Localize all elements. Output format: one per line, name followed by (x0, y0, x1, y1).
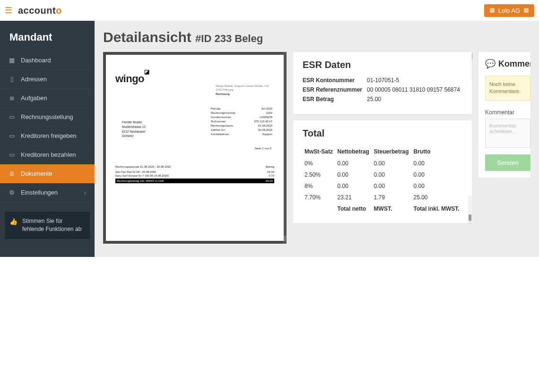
pay-icon: ▭ (9, 152, 15, 158)
col-rate: MwSt-Satz (303, 145, 336, 158)
sidebar-item-dashboard[interactable]: ▦Dashboard (0, 51, 95, 70)
grid-icon: ▦ (9, 57, 15, 64)
esr-panel: ESR Daten ESR Kontonummer01-107051-5 ESR… (293, 52, 472, 114)
esr-row: ESR Betrag25.00 (303, 96, 462, 102)
thumbs-up-icon: 👍 (9, 217, 17, 227)
page-title-sub: #ID 233 Beleg (195, 33, 263, 44)
document-page: wingo◪ Wingo Mobile, Support Center Mobi… (106, 55, 284, 241)
comment-input[interactable]: Kommentar schreiben… (485, 119, 530, 148)
sidebar-item-label: Kreditoren freigeben (21, 132, 77, 139)
user-name: Lolo AG (498, 7, 520, 14)
sidebar-title: Mandant (0, 21, 95, 51)
sidebar-item-kreditoren-bezahlen[interactable]: ▭Kreditoren bezahlen (0, 145, 95, 164)
totals-table: MwSt-Satz Nettobetrag Steuerbetrag Brutt… (303, 145, 462, 214)
brand-logo: accounto (18, 5, 62, 16)
document-icon: 🗎 (9, 170, 15, 177)
esr-row: ESR Referenznummer00 00005 08011 31810 0… (303, 86, 462, 93)
sidebar-item-dokumente[interactable]: 🗎Dokumente (0, 164, 95, 183)
page-title-main: Detailansicht (103, 29, 191, 45)
totals-panel: Total MwSt-Satz Nettobetrag Steuerbetrag… (293, 120, 472, 223)
menu-icon[interactable]: ☰ (5, 5, 12, 16)
invoice-icon: ▭ (9, 114, 15, 120)
send-comment-button[interactable]: Senden (485, 154, 530, 171)
esr-row: ESR Kontonummer01-107051-5 (303, 77, 462, 84)
panel-scrollbar-bottom[interactable] (468, 196, 472, 224)
no-comments-notice: Noch keine Kommentare. (485, 76, 530, 101)
sidebar-item-aufgaben[interactable]: ≣Aufgaben (0, 89, 95, 108)
vote-label: Stimmen Sie für fehlende Funktionen ab (22, 217, 85, 233)
sidebar-item-kreditoren-freigeben[interactable]: ▭Kreditoren freigeben (0, 127, 95, 145)
user-menu[interactable]: Lolo AG (484, 4, 534, 17)
comments-panel: 💬 Komment Noch keine Kommentare. Komment… (478, 52, 530, 178)
doc-meta-table: PeriodeJuli 2020 Rechnungsnummer1234 Kun… (211, 107, 272, 136)
sidebar-item-einstellungen[interactable]: ⚙Einstellungen› (0, 183, 95, 202)
sidebar-item-adressen[interactable]: ▯Adressen (0, 70, 95, 89)
main-content: Detailansicht #ID 233 Beleg wingo◪ Wingo… (95, 21, 539, 257)
table-row: 2.50%0.000.000.00 (303, 169, 462, 180)
document-preview-panel[interactable]: wingo◪ Wingo Mobile, Support Center Mobi… (103, 52, 287, 244)
doc-header-right: Wingo Mobile, Support Center Mobile, CH-… (216, 84, 272, 96)
list-icon: ≣ (9, 95, 15, 102)
doc-line-items: Rechnungsperiode 01.08.2020 - 30.08.2020… (115, 165, 274, 183)
sidebar-item-label: Einstellungen (21, 189, 58, 196)
sidebar-item-label: Dashboard (21, 57, 51, 64)
brand-accent: o (56, 5, 62, 16)
card-icon: ▯ (9, 76, 15, 83)
col-tax: Steuerbetrag (372, 145, 412, 158)
sidebar-item-label: Rechnungsstellung (21, 113, 73, 120)
table-row: 0%0.000.000.00 (303, 158, 462, 169)
sidebar: Mandant ▦Dashboard ▯Adressen ≣Aufgaben ▭… (0, 21, 95, 257)
comment-icon: 💬 (485, 59, 496, 69)
table-footer: Total nettoMWST.Total inkl. MWST. (303, 203, 462, 214)
vote-features-button[interactable]: 👍 Stimmen Sie für fehlende Funktionen ab (5, 212, 90, 239)
brand-text: account (18, 5, 56, 16)
sidebar-item-label: Adressen (21, 76, 47, 83)
page-title: Detailansicht #ID 233 Beleg (103, 29, 530, 45)
grid-icon (490, 8, 495, 13)
doc-vendor-logo: wingo◪ (115, 73, 274, 85)
table-row: 7.70%23.211.7925.00 (303, 192, 462, 203)
sidebar-item-label: Aufgaben (21, 94, 47, 102)
doc-page-number: Seite 1 von 2 (255, 147, 271, 150)
doc-recipient-address: Familie Muster Musterstrasse 12 8212 Neu… (122, 120, 146, 138)
topbar: ☰ accounto Lolo AG (0, 0, 539, 21)
table-row: 8%0.000.000.00 (303, 180, 462, 192)
comment-input-label: Kommentar (485, 109, 530, 116)
comments-title: 💬 Komment (485, 59, 530, 69)
sidebar-item-rechnungsstellung[interactable]: ▭Rechnungsstellung (0, 108, 95, 127)
totals-title: Total (303, 128, 462, 139)
approve-icon: ▭ (9, 133, 15, 139)
sidebar-item-label: Dokumente (21, 170, 52, 177)
user-icon (524, 8, 529, 13)
esr-title: ESR Daten (303, 60, 462, 70)
col-gross: Brutto (411, 145, 462, 158)
gear-icon: ⚙ (9, 189, 15, 196)
chevron-right-icon: › (84, 189, 86, 196)
col-net: Nettobetrag (336, 145, 372, 158)
sidebar-item-label: Kreditoren bezahlen (21, 151, 76, 158)
